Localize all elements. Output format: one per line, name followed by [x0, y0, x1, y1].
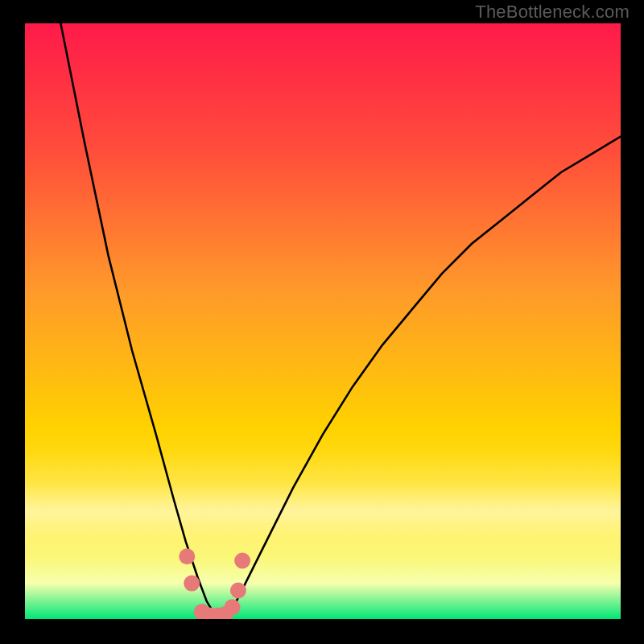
plot-area — [25, 23, 621, 619]
data-point — [179, 548, 195, 564]
chart-frame: TheBottleneck.com — [0, 0, 644, 644]
data-point — [230, 582, 246, 598]
watermark-text: TheBottleneck.com — [475, 2, 630, 23]
data-point — [225, 599, 241, 615]
data-point — [184, 576, 200, 592]
data-point — [234, 552, 250, 568]
white-haze-band — [25, 452, 621, 559]
plot-svg — [25, 23, 621, 619]
